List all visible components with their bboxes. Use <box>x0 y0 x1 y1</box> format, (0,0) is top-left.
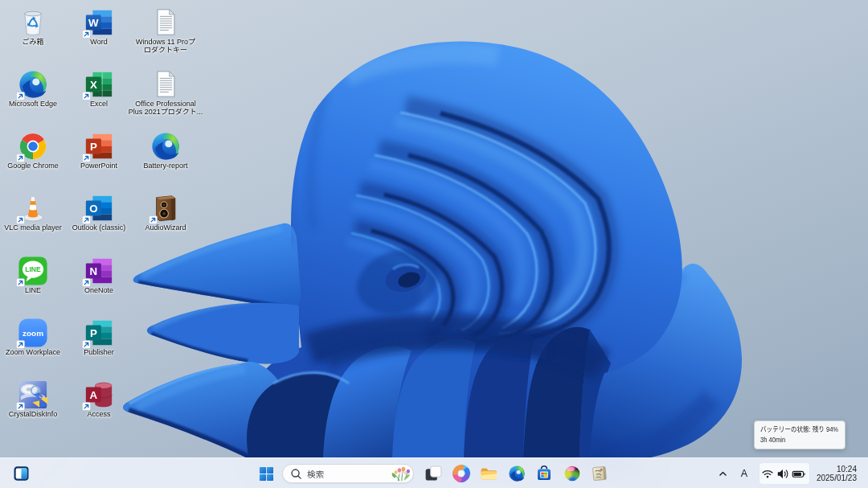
shortcut-arrow-icon <box>16 215 25 224</box>
widgets-button[interactable] <box>9 460 33 487</box>
search-icon <box>290 468 302 480</box>
shortcut-arrow-icon <box>82 92 91 100</box>
vlc-icon <box>17 193 49 223</box>
desktop-icon-google-chrome[interactable]: Google Chrome <box>0 131 67 170</box>
txtdoc-icon <box>149 69 182 100</box>
desktop-icon-powerpoint[interactable]: PowerPoint <box>65 131 133 170</box>
desktop-icon-label-line: Plus 2021プロダクト... <box>129 108 203 117</box>
edge-icon <box>150 131 181 162</box>
chrome-icon <box>17 131 49 162</box>
desktop-icon-label: PowerPoint <box>80 162 117 170</box>
windows-logo-icon <box>259 466 274 482</box>
desktop-icon-label-line: Office Professional <box>129 100 203 109</box>
txtdoc-icon <box>149 7 182 38</box>
desktop-icon-word[interactable]: Word <box>65 7 133 47</box>
file-explorer-icon <box>480 465 497 482</box>
desktop-icon-label: VLC media player <box>4 223 62 232</box>
desktop-icon-label: Excel <box>90 100 108 109</box>
desktop-icon-label: Outlook (classic) <box>72 223 126 232</box>
desktop-icon-label: CrystalDiskInfo <box>9 410 58 419</box>
desktop-icon-label-line: PowerPoint <box>80 162 117 170</box>
zoom-icon <box>17 318 49 348</box>
desktop-icon-crystaldiskinfo[interactable]: CrystalDiskInfo <box>0 379 67 419</box>
quick-settings-button[interactable] <box>760 463 809 484</box>
start-button[interactable] <box>252 460 280 487</box>
publisher-icon <box>83 318 115 348</box>
clock-button[interactable]: 10:24 2025/01/23 <box>817 465 857 483</box>
edge-taskbar-icon <box>508 465 526 482</box>
desktop-icon-label-line: Access <box>87 410 110 419</box>
desktop-icon-label-line: Windows 11 Proプ <box>136 38 195 47</box>
color-sphere-app-icon <box>563 465 581 482</box>
desktop-icon-label: OneNote <box>84 286 113 295</box>
search-highlight-image[interactable] <box>389 464 413 483</box>
desktop-icon-label: Google Chrome <box>7 162 59 170</box>
desktop-icon-access[interactable]: Access <box>65 379 133 419</box>
recycle-icon <box>17 7 49 38</box>
clock-date: 2025/01/23 <box>817 474 857 483</box>
desktop-icon-label-line: Outlook (classic) <box>72 223 126 232</box>
desktop-icon-label: Windows 11 Proプロダクトキー <box>136 38 195 55</box>
desktop-icon-recycle-bin[interactable]: ごみ箱 <box>0 7 67 47</box>
desktop-icon-label: Battery-report <box>143 162 187 170</box>
desktop-icon-label-line: Microsoft Edge <box>9 100 57 109</box>
edge-icon <box>149 131 182 162</box>
ime-mode-button[interactable]: A <box>734 461 755 486</box>
widgets-icon <box>14 466 29 481</box>
txtdoc-icon <box>150 7 181 38</box>
flowers-image-icon <box>391 465 411 482</box>
color-sphere-app-button[interactable] <box>559 460 587 487</box>
desktop-icon-label-line: Zoom Workplace <box>6 348 60 357</box>
task-view-button[interactable] <box>420 460 448 487</box>
shortcut-arrow-icon <box>82 340 91 349</box>
tray-overflow-button[interactable] <box>713 461 734 486</box>
battery-icon <box>792 468 807 480</box>
desktop-icon-line[interactable]: LINE <box>0 256 67 295</box>
desktop-icon-audiowizard[interactable]: AudioWizard <box>132 193 199 232</box>
shortcut-arrow-icon <box>82 402 91 411</box>
chevron-up-icon <box>717 468 729 480</box>
shortcut-arrow-icon <box>82 30 91 39</box>
desktop-icon-label: Office ProfessionalPlus 2021プロダクト... <box>129 100 203 117</box>
shortcut-arrow-icon <box>149 215 158 224</box>
microsoft-store-button[interactable] <box>530 460 559 487</box>
desktop-icon-label-line: AudioWizard <box>145 223 186 232</box>
desktop-icon-label: AudioWizard <box>145 223 186 232</box>
desktop-icon-label-line: OneNote <box>84 286 113 295</box>
desktop-icon-microsoft-edge[interactable]: Microsoft Edge <box>0 69 67 109</box>
search-box[interactable]: 検索 <box>282 464 414 483</box>
tooltip-battery-line: バッテリーの状態: 残り 94% <box>760 424 828 435</box>
taskbar-pinned-apps <box>420 460 614 487</box>
desktop-icon-label-line: Google Chrome <box>7 162 59 170</box>
desktop-icon-windows11-pro-product-key[interactable]: Windows 11 Proプロダクトキー <box>132 7 199 55</box>
desktop-icon-label: Access <box>87 410 110 419</box>
file-explorer-button[interactable] <box>475 460 503 487</box>
powerpoint-icon <box>83 131 115 162</box>
desktop-icon-excel[interactable]: Excel <box>65 69 133 109</box>
desktop-icon-outlook-classic[interactable]: Outlook (classic) <box>65 193 133 232</box>
shortcut-arrow-icon <box>16 92 25 100</box>
desktop-icon-label-line: ロダクトキー <box>136 46 195 55</box>
desktop-icon-publisher[interactable]: Publisher <box>65 318 133 357</box>
desktop-icon-onenote[interactable]: OneNote <box>65 256 133 295</box>
magnifier-icon <box>290 468 302 480</box>
edge-taskbar-button[interactable] <box>503 460 531 487</box>
desktop-icon-label-line: VLC media player <box>4 223 62 232</box>
wifi-icon <box>761 468 774 480</box>
desktop-icon-vlc-media-player[interactable]: VLC media player <box>0 193 67 232</box>
desktop-icon-battery-report[interactable]: Battery-report <box>132 131 199 170</box>
desktop-icon-zoom-workplace[interactable]: Zoom Workplace <box>0 318 67 357</box>
shortcut-arrow-icon <box>16 278 25 287</box>
audiowizard-icon <box>149 193 182 223</box>
desktop-icon-label-line: Word <box>90 38 107 47</box>
copilot-icon <box>452 465 470 482</box>
edge-icon <box>17 69 49 100</box>
word-icon <box>83 7 115 38</box>
copilot-button[interactable] <box>448 460 476 487</box>
hagaki-app-button[interactable] <box>586 460 614 487</box>
desktop-icon-label-line: Publisher <box>84 348 114 357</box>
speaker-icon <box>776 468 789 480</box>
clock-time: 10:24 <box>817 465 857 474</box>
desktop-icon-office-product-key[interactable]: Office ProfessionalPlus 2021プロダクト... <box>132 69 199 117</box>
desktop-icon-label: Publisher <box>84 348 114 357</box>
